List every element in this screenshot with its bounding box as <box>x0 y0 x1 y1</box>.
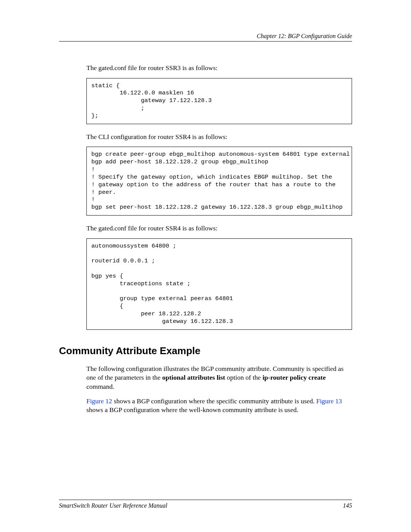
code-block-ssr3-gated: static { 16.122.0.0 masklen 16 gateway 1… <box>86 78 352 124</box>
paragraph-ssr4-gated: The gated.conf file for router SSR4 is a… <box>86 224 352 233</box>
code-block-ssr4-gated: autonomoussystem 64800 ; routerid 0.0.0.… <box>86 238 352 330</box>
link-figure-12[interactable]: Figure 12 <box>86 397 112 405</box>
text-segment: option of the <box>225 374 263 381</box>
code-block-ssr4-cli: bgp create peer-group ebgp_multihop auto… <box>86 147 352 216</box>
page-footer: SmartSwitch Router User Reference Manual… <box>59 500 352 509</box>
bold-optional-attributes: optional attributes list <box>162 374 225 381</box>
page-header: Chapter 12: BGP Configuration Guide <box>59 33 352 42</box>
paragraph-community-intro: The following configuration illustrates … <box>86 364 352 391</box>
section-heading-community: Community Attribute Example <box>59 345 352 357</box>
chapter-title: Chapter 12: BGP Configuration Guide <box>59 33 352 40</box>
paragraph-ssr4-cli: The CLI configuration for router SSR4 is… <box>86 133 352 142</box>
bold-ip-router-policy: ip-router policy create <box>263 374 326 381</box>
text-segment: command. <box>86 383 114 390</box>
paragraph-figure-refs: Figure 12 shows a BGP configuration wher… <box>86 397 352 415</box>
paragraph-ssr3-gated: The gated.conf file for router SSR3 is a… <box>86 64 352 73</box>
link-figure-13[interactable]: Figure 13 <box>316 397 342 405</box>
page-number: 145 <box>343 502 352 509</box>
footer-title: SmartSwitch Router User Reference Manual <box>59 502 167 509</box>
text-segment: shows a BGP configuration where the well… <box>86 406 298 414</box>
text-segment: shows a BGP configuration where the spec… <box>112 397 316 405</box>
